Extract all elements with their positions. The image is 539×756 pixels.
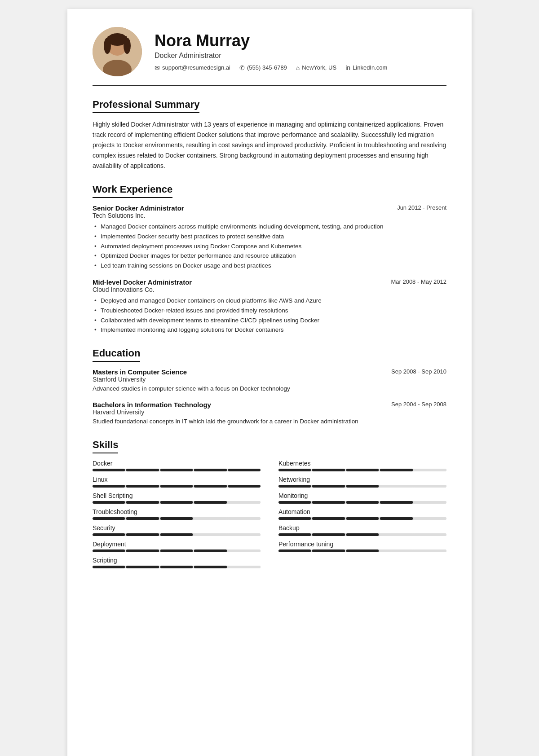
contact-item: ✉support@resumedesign.ai	[155, 64, 230, 71]
job-bullet: Troubleshooted Docker-related issues and…	[93, 306, 446, 316]
skill-bar-segment	[160, 549, 193, 552]
edu-entry: Bachelors in Information Technology Sep …	[93, 401, 446, 426]
skill-bar-segment	[194, 533, 226, 536]
skill-bar-segment	[278, 485, 311, 488]
skill-item: Performance tuning	[278, 541, 446, 552]
skill-item: Deployment	[93, 541, 261, 552]
contact-icon: ⌂	[296, 64, 300, 71]
skill-bar-segment	[346, 549, 379, 552]
skill-bar-segment	[93, 485, 125, 488]
skill-bar-segment	[160, 517, 193, 520]
skill-name: Docker	[93, 460, 261, 467]
skill-bar-segment	[346, 533, 379, 536]
contact-icon: ✉	[155, 64, 160, 71]
job-bullets: Deployed and managed Docker containers o…	[93, 296, 446, 334]
skill-bar-segment	[312, 549, 345, 552]
skill-bar-segment	[312, 501, 345, 504]
edu-date: Sep 2008 - Sep 2010	[391, 368, 446, 375]
contact-item: inLinkedIn.com	[345, 64, 387, 71]
edu-school: Harvard University	[93, 409, 446, 416]
skill-bar-segment	[380, 469, 412, 471]
job-bullet: Led team training sessions on Docker usa…	[93, 261, 446, 271]
skill-bar-segment	[126, 501, 159, 504]
edu-desc: Studied foundational concepts in IT whic…	[93, 417, 446, 426]
skill-bar	[93, 549, 261, 552]
skill-bar-segment	[194, 501, 226, 504]
skill-name: Networking	[278, 476, 446, 483]
skill-bar-segment	[228, 549, 261, 552]
skill-bar-segment	[380, 533, 412, 536]
skill-bar	[93, 469, 261, 471]
avatar	[93, 27, 142, 76]
skill-bar-segment	[160, 501, 193, 504]
skill-bar	[93, 501, 261, 504]
skill-bar-segment	[194, 566, 226, 568]
contact-label: NewYork, US	[302, 64, 336, 71]
skill-name: Linux	[93, 476, 261, 483]
skill-bar-segment	[93, 566, 125, 568]
skill-item: Troubleshooting	[93, 508, 261, 520]
skill-item: Backup	[278, 524, 446, 536]
skill-bar-segment	[93, 501, 125, 504]
skill-name: Kubernetes	[278, 460, 446, 467]
skill-bar	[278, 485, 446, 488]
skills-grid: Docker Kubernetes Linux Networking Shell…	[93, 460, 446, 568]
skill-bar-segment	[126, 469, 159, 471]
header-info: Nora Murray Docker Administrator ✉suppor…	[155, 32, 446, 71]
skill-bar-segment	[194, 485, 226, 488]
svg-rect-6	[107, 36, 127, 42]
skill-bar-segment	[126, 566, 159, 568]
skill-item: Kubernetes	[278, 460, 446, 471]
education-heading: Education	[93, 347, 140, 362]
summary-text: Highly skilled Docker Administrator with…	[93, 119, 446, 171]
summary-section: Professional Summary Highly skilled Dock…	[93, 99, 446, 171]
skill-bar	[93, 517, 261, 520]
job-bullet: Optimized Docker images for better perfo…	[93, 251, 446, 261]
skill-bar	[278, 517, 446, 520]
job-bullet: Automated deployment processes using Doc…	[93, 242, 446, 251]
skill-bar-segment	[93, 517, 125, 520]
skill-bar-segment	[126, 485, 159, 488]
skill-bar-segment	[278, 501, 311, 504]
job-bullet: Deployed and managed Docker containers o…	[93, 296, 446, 306]
experience-heading: Work Experience	[93, 184, 172, 198]
job-entry: Mid-level Docker Administrator Mar 2008 …	[93, 278, 446, 334]
experience-section: Work Experience Senior Docker Administra…	[93, 184, 446, 334]
edu-degree: Bachelors in Information Technology	[93, 401, 211, 409]
job-bullet: Implemented monitoring and logging solut…	[93, 325, 446, 335]
skill-bar-segment	[126, 533, 159, 536]
skill-name: Security	[93, 524, 261, 532]
skill-item: Docker	[93, 460, 261, 471]
skill-bar	[93, 485, 261, 488]
skill-bar-segment	[346, 469, 379, 471]
contact-icon: ✆	[239, 64, 245, 71]
skill-bar-segment	[93, 469, 125, 471]
skill-bar-segment	[414, 501, 446, 504]
skills-heading: Skills	[93, 439, 118, 453]
skill-bar-segment	[194, 549, 226, 552]
skill-bar-segment	[380, 549, 412, 552]
job-bullet: Collaborated with development teams to s…	[93, 316, 446, 325]
skill-bar	[93, 533, 261, 536]
resume-container: Nora Murray Docker Administrator ✉suppor…	[67, 9, 472, 756]
skill-bar-segment	[380, 517, 412, 520]
skill-name: Scripting	[93, 557, 261, 564]
job-company: Tech Solutions Inc.	[93, 212, 446, 219]
skill-name: Backup	[278, 524, 446, 532]
skill-bar-segment	[228, 501, 261, 504]
job-date: Jun 2012 - Present	[397, 204, 446, 211]
contact-item: ⌂NewYork, US	[296, 64, 336, 71]
skill-name: Performance tuning	[278, 541, 446, 548]
skill-bar-segment	[278, 517, 311, 520]
skill-bar-segment	[312, 485, 345, 488]
edu-header: Masters in Computer Science Sep 2008 - S…	[93, 368, 446, 376]
skill-bar-segment	[160, 485, 193, 488]
jobs-container: Senior Docker Administrator Jun 2012 - P…	[93, 204, 446, 334]
skill-item: Networking	[278, 476, 446, 488]
contact-label: support@resumedesign.ai	[162, 64, 230, 71]
contact-icon: in	[345, 64, 350, 71]
skill-bar-segment	[414, 549, 446, 552]
skill-name: Shell Scripting	[93, 492, 261, 499]
skill-bar-segment	[278, 549, 311, 552]
skill-bar-segment	[228, 517, 261, 520]
